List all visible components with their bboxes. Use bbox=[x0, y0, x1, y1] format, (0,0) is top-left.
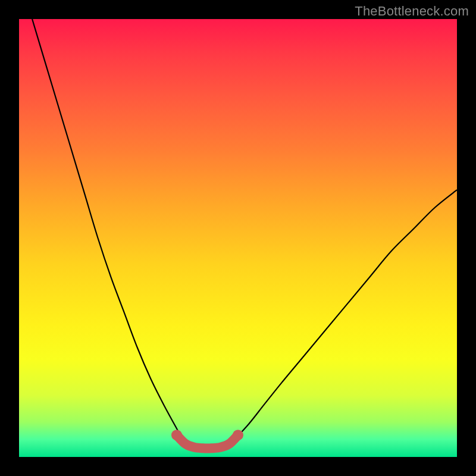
optimal-range-end-dot bbox=[233, 430, 243, 440]
optimal-range-highlight bbox=[177, 435, 238, 448]
bottleneck-curve bbox=[19, 19, 457, 457]
plot-area bbox=[19, 19, 457, 457]
bottleneck-curve-path bbox=[32, 19, 457, 448]
watermark-text: TheBottleneck.com bbox=[355, 4, 469, 19]
chart-frame: TheBottleneck.com bbox=[0, 0, 476, 476]
optimal-range-start-dot bbox=[171, 430, 182, 440]
